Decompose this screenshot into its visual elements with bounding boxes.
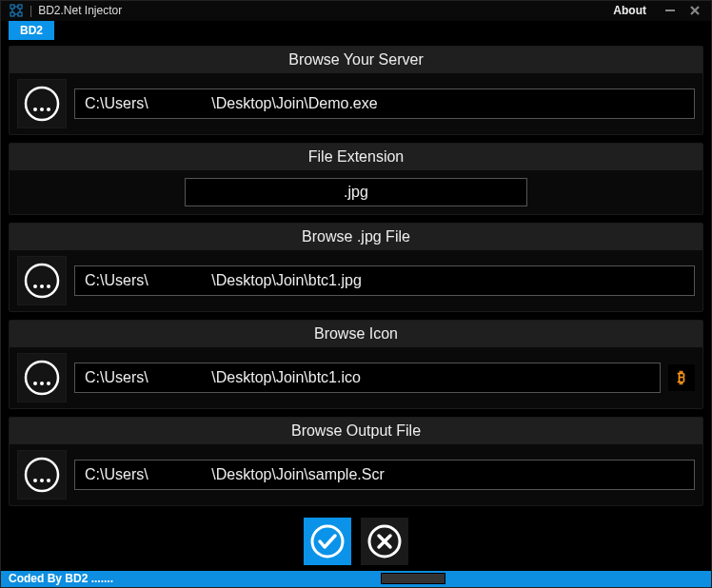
svg-point-21 xyxy=(26,459,58,491)
icon-preview: ₿ xyxy=(668,364,695,391)
browse-jpg-button[interactable] xyxy=(17,256,67,305)
svg-point-12 xyxy=(47,108,50,111)
svg-rect-8 xyxy=(665,10,675,11)
svg-rect-2 xyxy=(10,12,14,16)
svg-point-13 xyxy=(26,265,58,297)
svg-point-24 xyxy=(47,479,50,482)
svg-point-23 xyxy=(40,479,44,482)
main-panel: Browse Your Server File Extension Browse… xyxy=(1,40,711,571)
actions-row xyxy=(9,514,703,567)
svg-point-16 xyxy=(47,284,50,288)
browse-icon-button[interactable] xyxy=(17,353,67,402)
icon-path-input[interactable] xyxy=(74,363,661,393)
section-extension: File Extension xyxy=(9,143,703,215)
svg-point-14 xyxy=(33,284,37,288)
output-path-input[interactable] xyxy=(74,460,695,490)
title-divider: | xyxy=(30,4,32,17)
close-button[interactable] xyxy=(686,3,703,18)
server-path-input[interactable] xyxy=(74,88,695,119)
section-icon: Browse Icon ₿ xyxy=(9,320,703,409)
svg-rect-0 xyxy=(10,5,14,9)
minimize-button[interactable] xyxy=(662,3,679,18)
svg-point-10 xyxy=(33,108,37,111)
tab-bd2[interactable]: BD2 xyxy=(9,21,54,40)
svg-point-18 xyxy=(33,382,37,385)
svg-point-9 xyxy=(26,88,58,120)
statusbar: Coded By BD2 ....... xyxy=(1,571,711,587)
svg-point-20 xyxy=(47,382,50,385)
section-jpg-header: Browse .jpg File xyxy=(10,224,702,250)
svg-rect-1 xyxy=(18,5,22,9)
section-server-header: Browse Your Server xyxy=(10,47,702,73)
section-output: Browse Output File xyxy=(9,417,703,506)
section-output-header: Browse Output File xyxy=(10,418,702,444)
svg-rect-3 xyxy=(18,12,22,16)
svg-point-17 xyxy=(26,362,58,394)
section-server: Browse Your Server xyxy=(9,46,703,135)
window-title: BD2.Net Injector xyxy=(38,4,122,17)
svg-point-11 xyxy=(40,108,44,111)
svg-point-25 xyxy=(312,526,343,557)
tabs: BD2 xyxy=(1,21,711,40)
cancel-button[interactable] xyxy=(361,518,408,565)
progress-bar xyxy=(381,573,445,584)
svg-point-22 xyxy=(33,479,37,482)
titlebar: | BD2.Net Injector About xyxy=(1,1,711,21)
browse-server-button[interactable] xyxy=(17,79,67,128)
svg-point-15 xyxy=(40,284,44,288)
extension-input[interactable] xyxy=(185,178,527,206)
browse-output-button[interactable] xyxy=(17,450,67,500)
section-icon-header: Browse Icon xyxy=(10,321,702,347)
status-text: Coded By BD2 ....... xyxy=(9,572,113,585)
svg-point-19 xyxy=(40,382,44,385)
jpg-path-input[interactable] xyxy=(74,265,695,296)
about-link[interactable]: About xyxy=(613,4,646,17)
section-jpg: Browse .jpg File xyxy=(9,223,703,312)
ok-button[interactable] xyxy=(304,518,351,565)
app-icon xyxy=(9,3,24,18)
section-extension-header: File Extension xyxy=(10,144,702,170)
